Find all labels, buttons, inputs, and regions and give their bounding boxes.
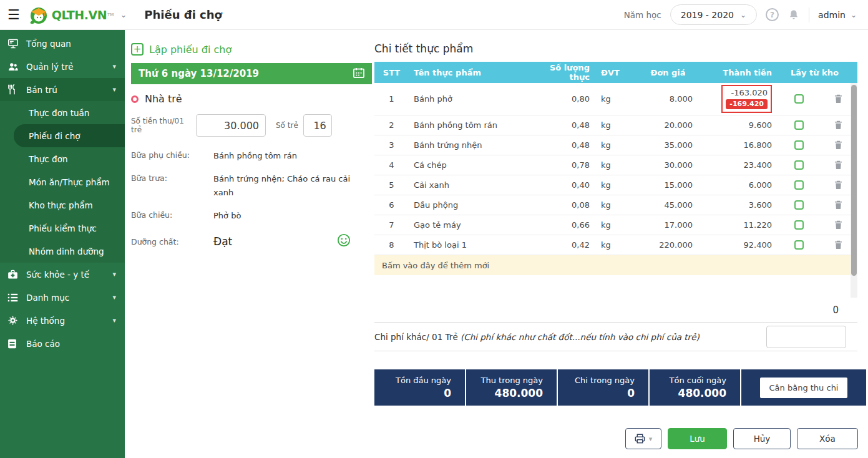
trash-icon[interactable] (834, 160, 842, 170)
children-count-input[interactable] (303, 114, 332, 137)
app-logo[interactable]: QLTH.VN TM ⌄ (29, 5, 127, 25)
children-count-label: Số trẻ (276, 121, 298, 130)
balance-button[interactable]: Cân bằng thu chi (760, 378, 848, 398)
trash-icon[interactable] (834, 200, 842, 210)
hamburger-menu-icon[interactable]: ☰ (7, 8, 20, 22)
stock-checkbox[interactable] (794, 120, 804, 130)
table-title: Chi tiết thực phẩm (374, 42, 868, 55)
smiley-icon (337, 233, 351, 250)
cell-unit: kg (590, 220, 627, 230)
other-cost-input[interactable] (766, 326, 846, 348)
table-row[interactable]: 7 Gạo tẻ máy 0,66 kg 17.000 11.220 (374, 215, 851, 235)
cell-name: Thịt bò loại 1 (409, 240, 532, 250)
chevron-down-icon: ▾ (112, 62, 116, 71)
summary-value: 480.000 (495, 387, 543, 399)
trash-icon[interactable] (834, 180, 842, 190)
summary-card-chi-trong-ngay: Chi trong ngày 0 (558, 369, 648, 406)
fee-row: Số tiền thu/01 trẻ Số trẻ (131, 114, 372, 137)
chevron-down-icon: ▾ (112, 293, 116, 301)
stock-checkbox[interactable] (794, 140, 804, 150)
sidebar-item-ban-tru[interactable]: Bán trú ▾ (0, 78, 125, 101)
table-scrollbar[interactable] (851, 83, 857, 298)
print-button[interactable]: ▾ (625, 428, 661, 449)
total-value: -163.020 (731, 88, 768, 97)
cell-unit: kg (590, 160, 627, 170)
user-menu[interactable]: admin ⌄ (818, 10, 857, 20)
cell-price: 220.000 (627, 240, 693, 250)
sidebar-item-suc-khoe-y-te[interactable]: Sức khỏe - y tế ▾ (0, 263, 125, 286)
stock-checkbox[interactable] (794, 240, 804, 250)
stock-checkbox[interactable] (794, 160, 804, 170)
sidebar-item-mon-an-thuc-pham[interactable]: Món ăn/Thực phẩm (0, 170, 125, 193)
trash-icon[interactable] (834, 140, 842, 150)
grand-total-value: 0 (832, 305, 839, 316)
cancel-button[interactable]: Hủy (733, 428, 791, 449)
other-cost-note-text: (Chi phí khác như chất đốt...nếu tính và… (461, 332, 700, 342)
meal-row: Bữa chiều: Phở bò (131, 210, 372, 223)
trash-icon[interactable] (834, 94, 842, 104)
topbar-divider (809, 7, 809, 22)
meal-label: Bữa phụ chiều: (131, 150, 213, 163)
school-year-label: Năm học (624, 10, 661, 20)
stock-checkbox[interactable] (794, 180, 804, 190)
sidebar-item-he-thong[interactable]: Hệ thống ▾ (0, 309, 125, 332)
add-new-row[interactable]: Bấm vào đây để thêm mới (374, 255, 851, 275)
table-row[interactable]: 1 Bánh phở 0,80 kg 8.000 -163.020 -169.4… (374, 83, 851, 115)
meal-value: Bánh phồng tôm rán (213, 149, 297, 163)
cell-qty: 0,40 (532, 180, 590, 190)
bell-icon[interactable] (788, 9, 800, 21)
summary-label: Chi trong ngày (575, 376, 635, 385)
scrollbar-thumb[interactable] (851, 85, 857, 276)
table-row[interactable]: 2 Bánh phồng tôm rán 0,48 kg 20.000 9.60… (374, 115, 851, 135)
cell-qty: 0,80 (532, 94, 590, 104)
trash-icon[interactable] (834, 220, 842, 230)
meal-value: Bánh trứng nhện; Cháo cá rau cải xanh (213, 172, 372, 200)
meal-value: Phở bò (213, 209, 241, 223)
sidebar-item-phieu-kiem-thuc[interactable]: Phiếu kiểm thực (0, 217, 125, 240)
cell-unit: kg (590, 240, 627, 250)
table-row[interactable]: 6 Dầu phộng 0,08 kg 45.000 3.600 (374, 195, 851, 215)
sidebar-item-label: Danh mục (26, 293, 69, 303)
date-label: Thứ 6 ngày 13/12/2019 (139, 68, 259, 79)
table-row[interactable]: 3 Bánh trứng nhện 0,48 kg 35.000 16.800 (374, 135, 851, 155)
col-header-name: Tên thực phẩm (409, 68, 532, 77)
sidebar-item-thuc-don[interactable]: Thực đơn (0, 147, 125, 170)
sidebar-item-kho-thuc-pham[interactable]: Kho thực phẩm (0, 193, 125, 217)
cell-price: 35.000 (627, 140, 693, 150)
save-button[interactable]: Lưu (668, 428, 727, 449)
report-icon (7, 338, 20, 349)
sidebar-item-phieu-di-cho[interactable]: Phiếu đi chợ (14, 124, 125, 147)
date-picker-bar[interactable]: Thứ 6 ngày 13/12/2019 (131, 63, 372, 84)
meal-list: Bữa phụ chiều: Bánh phồng tôm rán Bữa tr… (131, 150, 372, 250)
sidebar-item-quan-ly-tre[interactable]: Quản lý trẻ ▾ (0, 55, 125, 78)
sidebar-item-tong-quan[interactable]: Tổng quan (0, 32, 125, 55)
stock-checkbox[interactable] (794, 220, 804, 230)
cell-price: 30.000 (627, 160, 693, 170)
col-header-unit: ĐVT (590, 68, 627, 77)
sidebar-item-bao-cao[interactable]: Báo cáo (0, 332, 125, 355)
create-ticket-button[interactable]: + Lập phiếu đi chợ (131, 43, 372, 56)
table-row[interactable]: 5 Cải xanh 0,40 kg 15.000 6.000 (374, 175, 851, 195)
table-row[interactable]: 4 Cá chép 0,78 kg 30.000 23.400 (374, 155, 851, 175)
sidebar-item-thuc-don-tuan[interactable]: Thực đơn tuần (0, 101, 125, 124)
school-year-select[interactable]: 2019 - 2020 ⌄ (670, 4, 757, 25)
cell-name: Gạo tẻ máy (409, 220, 532, 230)
logo-chevron-down-icon[interactable]: ⌄ (120, 10, 127, 19)
stock-checkbox[interactable] (794, 200, 804, 210)
grand-total-row: 0 (374, 298, 857, 323)
sidebar-item-danh-muc[interactable]: Danh mục ▾ (0, 286, 125, 309)
sidebar-item-nhom-dinh-duong[interactable]: Nhóm dinh dưỡng (0, 240, 125, 263)
summary-balance-cell: Cân bằng thu chi (741, 369, 866, 406)
help-icon[interactable]: ? (766, 8, 779, 21)
trash-icon[interactable] (834, 240, 842, 250)
delete-button[interactable]: Xóa (797, 428, 858, 449)
cell-stt: 8 (374, 240, 409, 250)
cell-qty: 0,48 (532, 120, 590, 130)
chevron-down-icon: ▾ (112, 270, 116, 278)
cell-stt: 1 (374, 94, 409, 104)
stock-checkbox[interactable] (794, 94, 804, 104)
cell-stt: 2 (374, 120, 409, 130)
table-row[interactable]: 8 Thịt bò loại 1 0,42 kg 220.000 92.400 (374, 235, 851, 255)
fee-input[interactable] (196, 114, 266, 137)
trash-icon[interactable] (834, 120, 842, 130)
